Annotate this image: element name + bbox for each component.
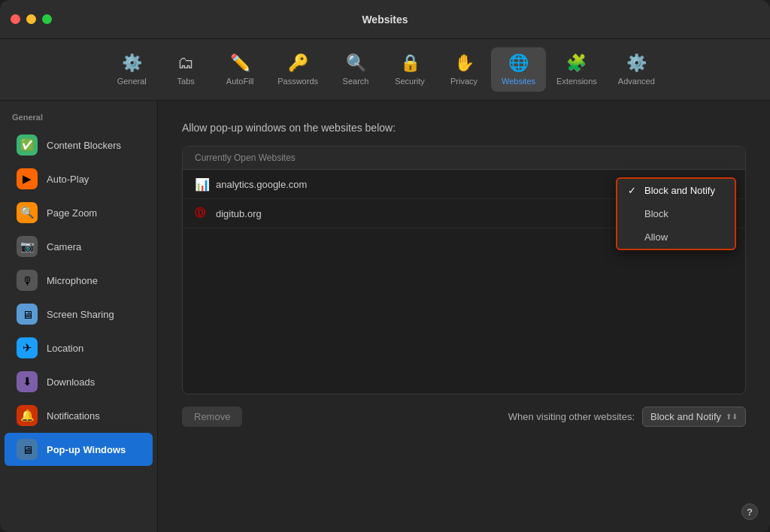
close-button[interactable] xyxy=(11,14,20,24)
sidebar-item-auto-play[interactable]: ▶Auto-Play xyxy=(5,162,153,195)
websites-toolbar-icon: 🌐 xyxy=(508,53,529,73)
visiting-select[interactable]: Block and Notify ⬆⬇ xyxy=(642,407,746,427)
remove-button[interactable]: Remove xyxy=(182,407,242,427)
sidebar-item-notifications[interactable]: 🔔Notifications xyxy=(5,399,153,432)
toolbar-item-general[interactable]: ⚙️General xyxy=(105,47,159,92)
websites-table: Currently Open Websites 📊 analytics.goog… xyxy=(182,146,746,394)
sidebar-item-location[interactable]: ✈Location xyxy=(5,331,153,364)
sidebar-icon-location: ✈ xyxy=(17,337,38,358)
sidebar-label-notifications: Notifications xyxy=(47,410,100,422)
toolbar-item-websites[interactable]: 🌐Websites xyxy=(491,47,546,92)
extensions-toolbar-icon: 🧩 xyxy=(566,53,587,73)
select-value: Block and Notify xyxy=(650,411,721,422)
analytics-url: analytics.google.com xyxy=(216,179,307,190)
table-row[interactable]: 📊 analytics.google.com ✓ Block and Notif… xyxy=(183,170,745,199)
dropdown-container: ✓ Block and Notify Block Allow xyxy=(616,177,736,250)
toolbar-label-general: General xyxy=(117,77,147,86)
sidebar: General ✅Content Blockers▶Auto-Play🔍Page… xyxy=(0,101,158,532)
digitub-url: digitub.org xyxy=(216,208,262,219)
sidebar-icon-camera: 📷 xyxy=(17,236,38,257)
minimize-button[interactable] xyxy=(26,14,36,24)
sidebar-icon-popup-windows: 🖥 xyxy=(17,439,38,460)
option-block-label: Block xyxy=(644,208,668,219)
toolbar-label-autofill: AutoFill xyxy=(226,77,254,86)
sidebar-item-screen-sharing[interactable]: 🖥Screen Sharing xyxy=(5,298,153,331)
sidebar-item-popup-windows[interactable]: 🖥Pop-up Windows xyxy=(5,433,153,466)
sidebar-item-page-zoom[interactable]: 🔍Page Zoom xyxy=(5,196,153,229)
toolbar-label-search: Search xyxy=(343,77,369,86)
privacy-toolbar-icon: ✋ xyxy=(454,53,474,73)
toolbar: ⚙️General🗂Tabs✏️AutoFill🔑Passwords🔍Searc… xyxy=(0,39,770,101)
sidebar-label-screen-sharing: Screen Sharing xyxy=(47,309,114,320)
sidebar-icon-content-blockers: ✅ xyxy=(17,135,38,156)
sidebar-label-auto-play: Auto-Play xyxy=(47,174,89,185)
toolbar-item-autofill[interactable]: ✏️AutoFill xyxy=(213,47,267,92)
dropdown-option-block-and-notify[interactable]: ✓ Block and Notify xyxy=(617,179,735,202)
sidebar-icon-auto-play: ▶ xyxy=(17,168,38,189)
select-arrows-icon: ⬆⬇ xyxy=(726,413,738,421)
passwords-toolbar-icon: 🔑 xyxy=(288,53,308,73)
sidebar-icon-screen-sharing: 🖥 xyxy=(17,304,38,325)
toolbar-label-security: Security xyxy=(395,77,425,86)
toolbar-item-advanced[interactable]: ⚙️Advanced xyxy=(608,47,665,92)
toolbar-item-passwords[interactable]: 🔑Passwords xyxy=(267,47,329,92)
advanced-toolbar-icon: ⚙️ xyxy=(626,53,647,73)
content-panel: Allow pop-up windows on the websites bel… xyxy=(158,101,770,532)
sidebar-icon-page-zoom: 🔍 xyxy=(17,202,38,223)
toolbar-label-advanced: Advanced xyxy=(618,77,655,86)
website-name-analytics: 📊 analytics.google.com xyxy=(195,177,307,191)
toolbar-item-privacy[interactable]: ✋Privacy xyxy=(437,47,491,92)
analytics-favicon: 📊 xyxy=(195,177,208,191)
toolbar-label-extensions: Extensions xyxy=(556,77,597,86)
dropdown-option-allow[interactable]: Allow xyxy=(617,225,735,249)
digitub-favicon: Ⓓ xyxy=(195,207,208,220)
toolbar-label-websites: Websites xyxy=(502,77,535,86)
autofill-toolbar-icon: ✏️ xyxy=(230,53,250,73)
option-block-and-notify-label: Block and Notify xyxy=(644,185,715,196)
sidebar-icon-downloads: ⬇ xyxy=(17,371,38,392)
bottom-bar: Remove When visiting other websites: Blo… xyxy=(182,407,746,427)
sidebar-label-page-zoom: Page Zoom xyxy=(47,207,97,219)
checkmark-icon: ✓ xyxy=(628,185,638,196)
toolbar-item-extensions[interactable]: 🧩Extensions xyxy=(546,47,608,92)
sidebar-label-content-blockers: Content Blockers xyxy=(47,140,121,151)
general-toolbar-icon: ⚙️ xyxy=(122,53,142,73)
maximize-button[interactable] xyxy=(42,14,52,24)
sidebar-section-label: General xyxy=(0,113,157,128)
toolbar-label-privacy: Privacy xyxy=(450,77,477,86)
tabs-toolbar-icon: 🗂 xyxy=(177,53,194,73)
search-toolbar-icon: 🔍 xyxy=(346,53,366,73)
sidebar-item-downloads[interactable]: ⬇Downloads xyxy=(5,365,153,398)
sidebar-icon-microphone: 🎙 xyxy=(17,270,38,291)
sidebar-label-microphone: Microphone xyxy=(47,275,98,286)
dropdown-option-block[interactable]: Block xyxy=(617,202,735,225)
toolbar-item-tabs[interactable]: 🗂Tabs xyxy=(159,47,213,92)
sidebar-label-downloads: Downloads xyxy=(47,376,95,388)
content-title: Allow pop-up windows on the websites bel… xyxy=(182,122,746,134)
sidebar-label-location: Location xyxy=(47,343,83,354)
toolbar-label-tabs: Tabs xyxy=(177,77,195,86)
toolbar-label-passwords: Passwords xyxy=(277,77,318,86)
titlebar: Websites xyxy=(0,0,770,39)
table-header: Currently Open Websites xyxy=(183,147,745,170)
security-toolbar-icon: 🔒 xyxy=(400,53,420,73)
window-title: Websites xyxy=(362,14,408,26)
sidebar-item-camera[interactable]: 📷Camera xyxy=(5,230,153,263)
traffic-lights xyxy=(11,14,52,24)
toolbar-item-search[interactable]: 🔍Search xyxy=(329,47,383,92)
visiting-label: When visiting other websites: xyxy=(508,411,635,422)
sidebar-item-content-blockers[interactable]: ✅Content Blockers xyxy=(5,128,153,162)
toolbar-item-security[interactable]: 🔒Security xyxy=(383,47,437,92)
sidebar-label-camera: Camera xyxy=(47,241,81,252)
help-button[interactable]: ? xyxy=(741,503,758,520)
main-layout: General ✅Content Blockers▶Auto-Play🔍Page… xyxy=(0,101,770,532)
table-empty-space xyxy=(183,228,745,394)
sidebar-item-microphone[interactable]: 🎙Microphone xyxy=(5,264,153,297)
dropdown-popup: ✓ Block and Notify Block Allow xyxy=(616,177,736,250)
sidebar-icon-notifications: 🔔 xyxy=(17,405,38,426)
option-allow-label: Allow xyxy=(644,231,668,243)
sidebar-label-popup-windows: Pop-up Windows xyxy=(47,444,126,455)
website-name-digitub: Ⓓ digitub.org xyxy=(195,207,262,220)
